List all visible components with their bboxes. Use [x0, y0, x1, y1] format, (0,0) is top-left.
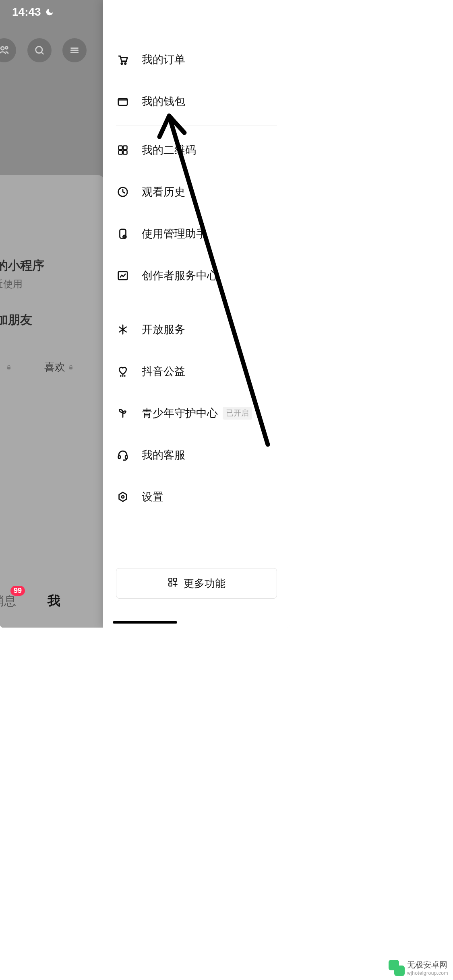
- menu-item-wallet[interactable]: 我的钱包: [103, 80, 290, 122]
- profile-page-dimmed[interactable]: 14:43 我的小程序 最近使用 添加朋友 喜欢: [0, 0, 103, 628]
- svg-rect-20: [174, 578, 177, 581]
- message-badge: 99: [10, 586, 25, 596]
- phone-check-icon: [116, 227, 130, 241]
- profile-sheet-bg: [0, 175, 103, 628]
- recent-use-label: 最近使用: [0, 278, 64, 290]
- cart-icon: [116, 53, 130, 66]
- menu-item-youth-guardian[interactable]: 青少年守护中心 已开启: [103, 392, 290, 434]
- menu-item-customer-service[interactable]: 我的客服: [103, 434, 290, 476]
- phone-screen: 14:43 我的小程序 最近使用 添加朋友 喜欢: [0, 0, 290, 628]
- menu-item-history[interactable]: 观看历史: [103, 171, 290, 213]
- svg-point-18: [122, 496, 124, 498]
- more-features-label: 更多功能: [184, 576, 225, 591]
- watermark-logo: [389, 960, 405, 976]
- svg-point-1: [5, 47, 8, 49]
- more-features-button[interactable]: 更多功能: [116, 568, 277, 599]
- menu-label: 创作者服务中心: [142, 268, 218, 283]
- heart-rain-icon: [116, 364, 130, 378]
- side-drawer: 我的订单 我的钱包 我的二维码 观看历史: [103, 0, 290, 628]
- drawer-menu: 我的订单 我的钱包 我的二维码 观看历史: [103, 39, 290, 518]
- menu-label: 我的客服: [142, 448, 185, 462]
- menu-label: 我的钱包: [142, 94, 185, 109]
- qrcode-icon: [116, 143, 130, 157]
- grid-plus-icon: [168, 577, 178, 590]
- menu-item-qrcode[interactable]: 我的二维码: [103, 129, 290, 171]
- svg-rect-4: [69, 367, 72, 369]
- lock-icon: [6, 361, 12, 373]
- clock-icon: [116, 185, 130, 199]
- bottom-nav: 消息 99 我: [0, 592, 103, 610]
- wallet-icon: [116, 95, 130, 108]
- analytics-icon: [116, 269, 130, 282]
- search-button[interactable]: [27, 38, 52, 62]
- hamburger-menu-button[interactable]: [62, 38, 87, 62]
- menu-label: 我的二维码: [142, 143, 196, 157]
- svg-rect-16: [118, 455, 120, 459]
- like-tab-label[interactable]: 喜欢: [44, 360, 65, 374]
- menu-item-open-service[interactable]: 开放服务: [103, 309, 290, 350]
- nav-message[interactable]: 消息 99: [0, 593, 16, 609]
- do-not-disturb-icon: [45, 8, 54, 16]
- svg-rect-3: [7, 367, 10, 369]
- menu-label: 观看历史: [142, 185, 185, 199]
- svg-rect-9: [123, 146, 127, 150]
- svg-rect-11: [123, 150, 127, 154]
- status-bar: 14:43: [0, 0, 103, 24]
- menu-label: 抖音公益: [142, 364, 185, 379]
- menu-label: 青少年守护中心: [142, 406, 218, 420]
- home-indicator[interactable]: [113, 621, 177, 624]
- menu-label: 设置: [142, 490, 163, 504]
- svg-point-5: [121, 63, 123, 64]
- svg-point-6: [125, 63, 126, 64]
- menu-label: 使用管理助手: [142, 226, 207, 241]
- menu-item-settings[interactable]: 设置: [103, 476, 290, 518]
- menu-item-orders[interactable]: 我的订单: [103, 39, 290, 80]
- status-time: 14:43: [12, 6, 41, 19]
- watermark-title: 无极安卓网: [407, 959, 448, 970]
- menu-item-usage-assistant[interactable]: 使用管理助手: [103, 213, 290, 255]
- svg-rect-10: [119, 150, 122, 154]
- svg-point-0: [1, 47, 4, 50]
- menu-item-creator-center[interactable]: 创作者服务中心: [103, 255, 290, 296]
- add-friend-label[interactable]: 添加朋友: [0, 312, 32, 328]
- tabs-lock-row: 喜欢: [0, 360, 103, 374]
- watermark: 无极安卓网 wjhotelgroup.com: [385, 957, 451, 978]
- menu-item-charity[interactable]: 抖音公益: [103, 350, 290, 392]
- spark-icon: [116, 323, 130, 336]
- friends-button[interactable]: [0, 38, 16, 62]
- lock-icon: [68, 361, 74, 373]
- hex-gear-icon: [116, 490, 130, 504]
- svg-rect-21: [169, 583, 172, 586]
- watermark-url: wjhotelgroup.com: [407, 970, 448, 976]
- mini-programs-title: 我的小程序: [0, 257, 89, 274]
- spacer: [103, 296, 290, 309]
- nav-me[interactable]: 我: [48, 592, 60, 610]
- menu-label: 开放服务: [142, 322, 185, 337]
- svg-rect-19: [169, 578, 172, 581]
- svg-rect-8: [119, 146, 122, 150]
- enabled-tag: 已开启: [223, 407, 252, 420]
- divider: [116, 126, 277, 126]
- menu-label: 我的订单: [142, 52, 185, 67]
- nav-message-label: 消息: [0, 594, 16, 607]
- headset-icon: [116, 448, 130, 462]
- sprout-icon: [116, 406, 130, 420]
